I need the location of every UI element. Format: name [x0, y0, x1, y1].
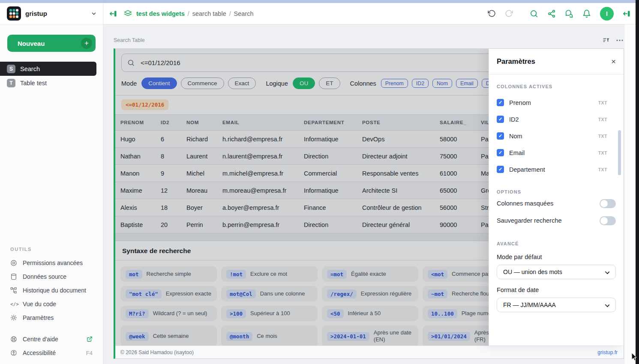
default-mode-select[interactable]: OU — union des mots: [497, 265, 616, 279]
page-badge: S: [7, 65, 15, 73]
gear-icon: [10, 314, 17, 321]
hidden-columns-option: Colonnes masquées: [497, 195, 616, 212]
checkbox-checked[interactable]: ✓: [497, 99, 504, 106]
default-mode-label: Mode par défaut: [497, 254, 616, 260]
left-sidebar: Nouveau + S Search T Table test OUTILS P…: [0, 24, 103, 364]
accessibility-shortcut: F4: [86, 350, 93, 356]
site-link[interactable]: gristup.fr: [597, 349, 618, 355]
tool-label: Vue du code: [23, 301, 56, 307]
sidebar-item-code-view[interactable]: </> Vue du code: [0, 297, 103, 311]
sidebar-item-table-test[interactable]: T Table test: [0, 76, 103, 90]
date-format-label: Format de date: [497, 286, 616, 293]
search-table-widget: Mode Contient Commence Exact Logique OU …: [114, 48, 624, 359]
sidebar-item-document-history[interactable]: Historique du document: [0, 283, 103, 297]
app-screen: gristup test des widgets / search table …: [0, 0, 639, 364]
topbar-main: test des widgets / search table / Search: [103, 3, 636, 24]
sidebar-item-search[interactable]: S Search: [0, 62, 96, 76]
widget-title: Search Table: [114, 37, 145, 43]
layers-icon: [124, 9, 132, 18]
sidebar-item-help-center[interactable]: Centre d'aide: [0, 332, 103, 346]
tool-label: Données source: [23, 273, 66, 280]
column-toggle-row[interactable]: ✓ Nom TXT: [497, 128, 616, 144]
checkbox-checked[interactable]: ✓: [497, 166, 504, 173]
accessibility-icon: [10, 349, 17, 356]
close-icon[interactable]: ×: [611, 57, 616, 66]
topbar: gristup test des widgets / search table …: [0, 3, 636, 24]
bell-icon[interactable]: [582, 9, 591, 18]
column-toggle-row[interactable]: ✓ Email TXT: [497, 144, 616, 161]
right-panel-rail: [624, 24, 636, 364]
search-icon[interactable]: [530, 9, 538, 18]
chevron-down-icon[interactable]: [91, 11, 97, 17]
tool-label: Historique du document: [23, 287, 86, 294]
date-format-select[interactable]: FR — JJ/MM/AAAA: [497, 298, 616, 312]
checkbox-checked[interactable]: ✓: [497, 132, 504, 140]
new-document-button[interactable]: Nouveau +: [7, 35, 96, 52]
tool-label: Permissions avancées: [23, 260, 83, 266]
widget-menu-icon[interactable]: ⋯: [616, 38, 624, 42]
column-toggle-row[interactable]: ✓ Prenom TXT: [497, 94, 616, 111]
panel-title: Paramètres: [497, 57, 535, 66]
widget-footer: © 2026 Said Hamadou (isaytoo) gristup.fr: [115, 346, 624, 358]
gristup-logo-icon: [7, 6, 21, 21]
tool-label: Paramètres: [23, 314, 54, 321]
tools-section-header: OUTILS: [0, 247, 103, 256]
code-icon: </>: [10, 301, 17, 307]
breadcrumb-widget[interactable]: Search: [234, 10, 254, 17]
pages-list: S Search T Table test: [0, 62, 103, 90]
options-header: OPTIONS: [497, 189, 616, 194]
sidebar-item-source-data[interactable]: Données source: [0, 270, 103, 283]
active-columns-header: COLONNES ACTIVES: [497, 84, 616, 89]
column-toggle-row[interactable]: ✓ ID2 TXT: [497, 111, 616, 128]
workspace-switcher[interactable]: gristup: [0, 3, 103, 24]
copyright-text: © 2026 Said Hamadou (isaytoo): [120, 349, 194, 355]
external-link-icon: [87, 336, 93, 342]
active-columns-list: ✓ Prenom TXT ✓ ID2 TXT ✓ Nom TXT: [497, 94, 616, 178]
tool-label: Centre d'aide: [23, 336, 58, 343]
save-search-toggle[interactable]: [600, 216, 616, 225]
user-avatar[interactable]: I: [600, 7, 614, 21]
new-button-label: Nouveau: [18, 40, 81, 47]
collapse-sidebar-icon[interactable]: [109, 10, 117, 18]
lifebuoy-icon: [10, 336, 17, 343]
chevron-down-icon: [605, 303, 610, 307]
window-top-strip: [0, 0, 639, 3]
page-label: Search: [20, 66, 40, 72]
mouse-cursor: [631, 352, 639, 361]
main-content: Search Table ⋯ Mode Contient Commence: [103, 24, 636, 364]
page-badge: T: [7, 79, 15, 87]
settings-panel: Paramètres × COLONNES ACTIVES ✓ Prenom T…: [489, 49, 624, 346]
redo-icon[interactable]: [505, 9, 513, 18]
share-icon[interactable]: [547, 9, 556, 18]
plus-icon: +: [81, 38, 92, 49]
advanced-header: AVANCÉ: [497, 241, 616, 246]
panel-scrollbar-thumb[interactable]: [618, 130, 621, 175]
breadcrumb-document[interactable]: test des widgets: [136, 10, 185, 17]
workspace-name: gristup: [25, 10, 87, 17]
page-label: Table test: [20, 80, 47, 87]
column-toggle-row[interactable]: ✓ Departement TXT: [497, 161, 616, 178]
sort-filter-icon[interactable]: [603, 37, 610, 44]
undo-icon[interactable]: [488, 9, 496, 18]
window-right-edge: [636, 0, 639, 364]
sidebar-item-accessibility[interactable]: Accessibilité F4: [0, 346, 103, 360]
checkbox-checked[interactable]: ✓: [497, 149, 504, 156]
hidden-columns-toggle[interactable]: [600, 199, 616, 208]
save-search-option: Sauvegarder recherche: [497, 212, 616, 229]
checkbox-checked[interactable]: ✓: [497, 116, 504, 123]
breadcrumb-page[interactable]: search table: [192, 10, 226, 17]
breadcrumb-separator: /: [188, 10, 189, 17]
sidebar-item-settings[interactable]: Paramètres: [0, 311, 103, 325]
collapse-right-panel-icon[interactable]: [623, 10, 630, 18]
sidebar-item-permissions[interactable]: Permissions avancées: [0, 256, 103, 270]
chevron-down-icon: [605, 270, 610, 274]
comments-icon[interactable]: [565, 9, 573, 18]
breadcrumb-separator: /: [229, 10, 231, 17]
tool-label: Accessibilité: [23, 349, 56, 356]
